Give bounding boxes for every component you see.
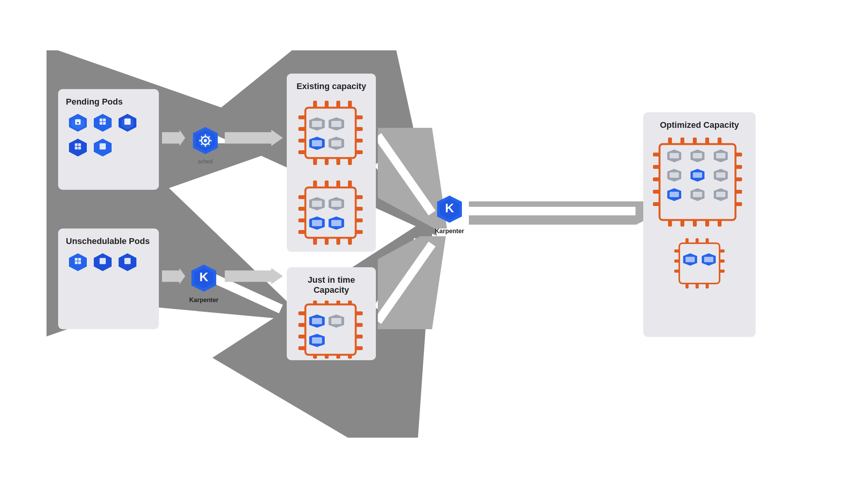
svg-text:K: K [199, 270, 208, 284]
svg-rect-129 [693, 137, 697, 145]
svg-rect-55 [298, 139, 306, 143]
svg-rect-110 [355, 311, 363, 315]
svg-rect-78 [298, 195, 306, 199]
svg-rect-60 [355, 150, 363, 154]
pod-cube-3 [117, 112, 138, 133]
karpenter-bottom-label: Karpenter [188, 297, 219, 304]
svg-rect-84 [355, 218, 363, 222]
svg-rect-98 [313, 301, 317, 305]
svg-rect-28 [100, 258, 106, 264]
svg-rect-103 [325, 354, 329, 359]
svg-rect-81 [298, 230, 306, 234]
svg-rect-101 [348, 301, 352, 305]
svg-rect-174 [674, 270, 680, 273]
svg-rect-171 [706, 283, 709, 289]
arrow-uns-karpenter [162, 268, 185, 284]
down-arrow [105, 192, 119, 226]
svg-rect-50 [325, 157, 329, 165]
pod-cube-2 [92, 112, 113, 133]
svg-rect-175 [719, 249, 725, 253]
svg-rect-30 [124, 258, 131, 264]
svg-rect-162 [693, 192, 702, 197]
svg-rect-169 [685, 283, 689, 289]
svg-rect-85 [355, 230, 363, 234]
svg-rect-115 [312, 318, 322, 324]
svg-rect-91 [312, 220, 322, 226]
svg-rect-57 [355, 115, 363, 119]
pending-pods-grid: ■ [66, 112, 151, 158]
pending-pods-box: Pending Pods ■ [58, 89, 159, 190]
svg-rect-139 [653, 177, 660, 181]
svg-rect-141 [653, 202, 660, 206]
svg-rect-70 [313, 180, 317, 188]
uns-pod-3 [117, 252, 138, 273]
uns-pod-2 [92, 252, 113, 273]
svg-rect-166 [685, 238, 689, 244]
svg-rect-59 [355, 139, 363, 143]
svg-rect-108 [298, 335, 306, 339]
svg-rect-131 [718, 137, 722, 145]
svg-rect-22 [100, 143, 106, 149]
unschedulable-pods-title: Unschedulable Pods [66, 236, 151, 246]
svg-rect-100 [336, 301, 340, 305]
svg-rect-58 [355, 127, 363, 131]
cpu-chip-1 [294, 97, 368, 170]
svg-rect-45 [313, 101, 317, 108]
sched-label: sched [190, 158, 221, 165]
svg-rect-73 [348, 180, 352, 188]
svg-rect-48 [348, 101, 352, 108]
existing-capacity-box: Existing capacity [287, 74, 376, 252]
unschedulable-pods-box: Unschedulable Pods [58, 229, 159, 329]
cpu-chip-2 [294, 177, 368, 250]
svg-rect-128 [680, 137, 684, 145]
svg-rect-168 [706, 238, 709, 244]
existing-capacity-title: Existing capacity [294, 81, 368, 91]
pending-pods-title: Pending Pods [66, 97, 151, 107]
svg-rect-135 [705, 219, 709, 227]
arrow-pending-sched [162, 130, 185, 146]
cpu-chip-opt-1 [651, 136, 748, 230]
svg-point-35 [204, 139, 207, 142]
arrow-jit-karpenter2 [378, 236, 455, 329]
arrow-karpenter-jit [225, 268, 283, 284]
svg-rect-89 [331, 201, 341, 207]
jit-capacity-box: Just in time Capacity [287, 267, 376, 360]
svg-rect-109 [298, 346, 306, 350]
cpu-chip-jit [294, 301, 367, 363]
svg-rect-130 [705, 137, 709, 145]
svg-rect-82 [355, 195, 363, 199]
svg-rect-136 [718, 219, 722, 227]
svg-rect-71 [325, 180, 329, 188]
svg-rect-64 [331, 121, 341, 127]
svg-rect-97 [305, 304, 356, 355]
svg-rect-181 [704, 257, 713, 262]
svg-rect-54 [298, 127, 306, 131]
svg-rect-47 [336, 101, 340, 108]
svg-rect-77 [348, 237, 352, 245]
unschedulable-pods-grid [66, 252, 151, 273]
svg-text:■: ■ [77, 121, 79, 125]
svg-rect-44 [305, 108, 356, 158]
svg-rect-53 [298, 115, 306, 119]
svg-rect-104 [336, 354, 340, 359]
cpu-chip-opt-2 [651, 236, 748, 290]
karpenter-icon-bottom: K Karpenter [188, 263, 219, 304]
svg-rect-179 [685, 257, 695, 262]
pod-cube-1: ■ [67, 112, 88, 133]
svg-rect-87 [312, 201, 322, 207]
svg-rect-76 [336, 237, 340, 245]
svg-rect-133 [680, 219, 684, 227]
svg-rect-145 [735, 190, 742, 194]
svg-rect-146 [735, 202, 742, 206]
karpenter-center-label: Karpenter [434, 228, 465, 235]
svg-rect-144 [735, 177, 742, 181]
svg-rect-172 [674, 249, 680, 253]
svg-rect-80 [298, 218, 306, 222]
svg-rect-137 [653, 153, 660, 156]
sched-icon: sched [190, 125, 221, 165]
svg-rect-51 [336, 157, 340, 165]
svg-rect-62 [312, 121, 322, 127]
svg-rect-173 [674, 259, 680, 263]
svg-rect-167 [696, 238, 699, 244]
pod-cube-5 [92, 137, 113, 158]
